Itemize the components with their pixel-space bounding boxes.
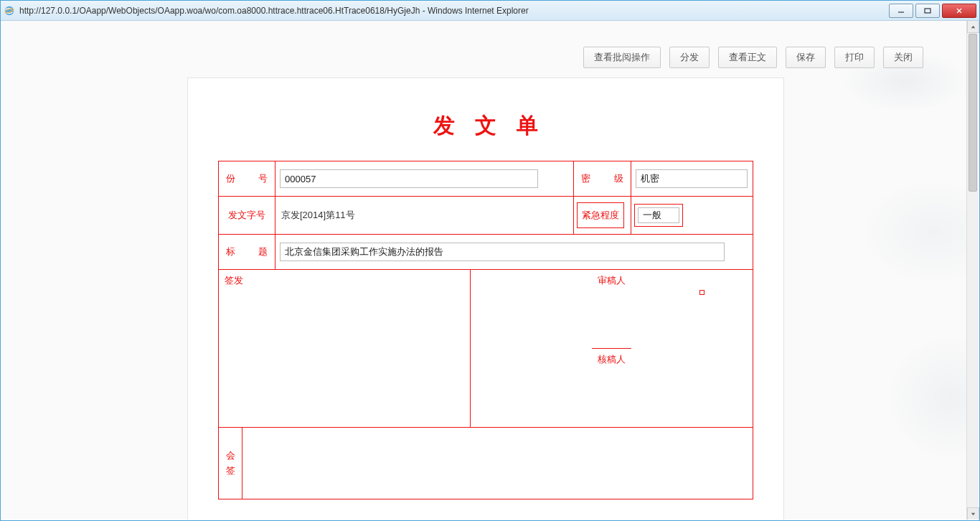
form-grid: 份号 密级 发文字号 京发[2014 (218, 161, 753, 499)
proofreader-label: 核稿人 (592, 349, 631, 370)
subject-input[interactable] (280, 243, 725, 261)
urgency-label: 紧急程度 (577, 202, 624, 228)
secrecy-cell (631, 161, 753, 196)
secrecy-input[interactable] (636, 169, 748, 188)
print-button[interactable]: 打印 (834, 47, 875, 68)
close-button[interactable]: 关闭 (883, 47, 923, 68)
sign-issue-area[interactable]: 签发 (219, 270, 470, 427)
secrecy-label: 密级 (573, 161, 631, 196)
view-body-button[interactable]: 查看正文 (718, 47, 777, 68)
window-close-button[interactable] (942, 4, 976, 18)
scroll-thumb[interactable] (969, 34, 977, 192)
window-frame: http://127.0.0.1/OAapp/WebObjects/OAapp.… (0, 0, 980, 521)
cosign-label: 会 签 (219, 428, 242, 499)
cosign-area[interactable] (242, 428, 753, 499)
serial-cell (275, 161, 573, 196)
ie-icon (4, 5, 15, 17)
urgency-input[interactable] (638, 207, 679, 223)
reviewer-marker-icon (699, 290, 705, 295)
docno-label: 发文字号 (219, 197, 275, 234)
serial-label: 份号 (219, 161, 275, 196)
content-area: 查看批阅操作 分发 查看正文 保存 打印 关闭 发文单 份号 (1, 21, 966, 520)
urgency-cell (634, 204, 683, 227)
reviewer-label: 审稿人 (592, 270, 631, 291)
window-maximize-button[interactable] (915, 4, 940, 18)
proofreader-area[interactable]: 核稿人 (592, 349, 631, 427)
docno-value: 京发[2014]第11号 (275, 197, 573, 234)
toolbar: 查看批阅操作 分发 查看正文 保存 打印 关闭 (583, 47, 923, 68)
scroll-up-button[interactable] (967, 21, 979, 33)
view-approval-button[interactable]: 查看批阅操作 (583, 47, 661, 68)
serial-input[interactable] (280, 169, 538, 188)
document-paper: 发文单 份号 密级 (188, 78, 783, 520)
vertical-scrollbar[interactable] (966, 21, 979, 520)
scroll-down-button[interactable] (967, 507, 979, 520)
window-minimize-button[interactable] (889, 4, 913, 18)
document-title: 发文单 (188, 78, 783, 161)
distribute-button[interactable]: 分发 (669, 47, 710, 68)
subject-label: 标题 (219, 235, 275, 269)
svg-rect-3 (925, 9, 930, 13)
save-button[interactable]: 保存 (786, 47, 826, 68)
subject-cell (275, 235, 753, 269)
titlebar[interactable]: http://127.0.0.1/OAapp/WebObjects/OAapp.… (1, 1, 979, 21)
window-title: http://127.0.0.1/OAapp/WebObjects/OAapp.… (19, 6, 883, 16)
sign-issue-label: 签发 (219, 270, 470, 291)
reviewer-area[interactable]: 审稿人 (592, 270, 631, 349)
